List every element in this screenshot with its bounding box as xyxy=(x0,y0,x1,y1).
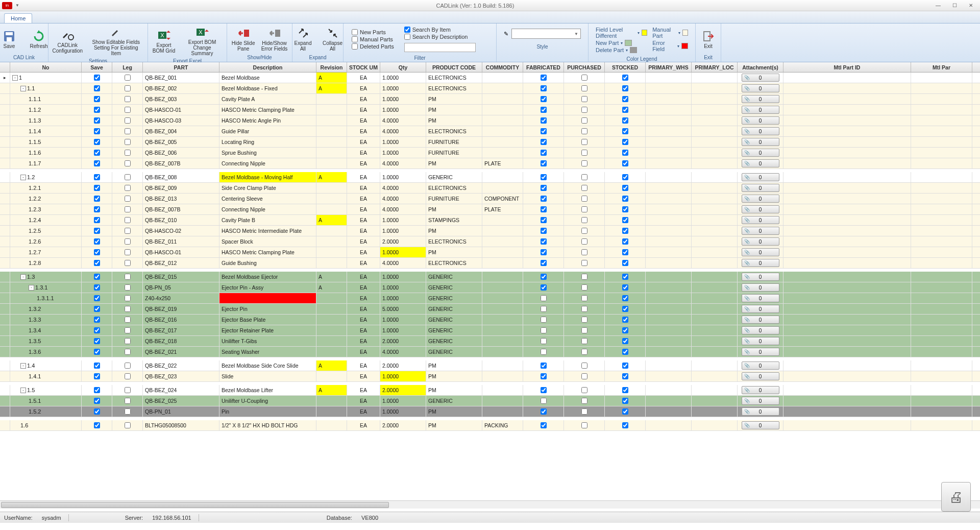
leg-checkbox[interactable] xyxy=(125,196,131,202)
collapse-all-button[interactable]: Collapse All xyxy=(320,26,346,53)
style-select[interactable]: ▼ xyxy=(511,29,581,39)
leg-checkbox[interactable] xyxy=(125,363,131,369)
filter-search-input[interactable] xyxy=(404,43,476,52)
stocked-checkbox[interactable] xyxy=(622,363,628,369)
fabricated-checkbox[interactable] xyxy=(541,306,547,312)
attachment-button[interactable]: 0 xyxy=(742,305,779,313)
stocked-checkbox[interactable] xyxy=(622,117,628,124)
deleted-parts-checkbox[interactable]: Deleted Parts xyxy=(352,43,394,50)
save-checkbox[interactable] xyxy=(94,373,100,379)
leg-checkbox[interactable] xyxy=(125,185,131,191)
legend-field-diff[interactable]: Field Level Different▾ xyxy=(596,27,647,39)
fabricated-checkbox[interactable] xyxy=(541,206,547,212)
stocked-checkbox[interactable] xyxy=(622,185,628,191)
attachment-button[interactable]: 0 xyxy=(742,227,779,235)
table-row[interactable]: -1.3.1QB-PN_05Ejector Pin - AssyAEA1.000… xyxy=(0,282,980,293)
fabricated-checkbox[interactable] xyxy=(541,128,547,134)
col-header[interactable]: Revision xyxy=(316,62,347,72)
col-header[interactable]: No xyxy=(10,62,82,72)
qat-dropdown-icon[interactable]: ▼ xyxy=(15,3,19,8)
attachment-button[interactable]: 0 xyxy=(742,138,779,146)
legend-manual-part[interactable]: Manual Part▾ xyxy=(652,27,688,39)
stocked-checkbox[interactable] xyxy=(622,387,628,393)
hide-slide-pane-button[interactable]: Hide Slide Pane xyxy=(231,26,256,53)
purchased-checkbox[interactable] xyxy=(581,217,587,223)
attachment-button[interactable]: 0 xyxy=(742,273,779,281)
stocked-checkbox[interactable] xyxy=(622,284,628,291)
table-row[interactable]: 1.1.3QB-HASCO-03HASCO Metric Angle PinEA… xyxy=(0,115,980,126)
attachment-button[interactable]: 0 xyxy=(742,216,779,224)
minimize-button[interactable]: — xyxy=(931,2,945,10)
leg-checkbox[interactable] xyxy=(125,150,131,156)
save-button[interactable]: Save xyxy=(0,29,22,50)
fabricated-checkbox[interactable] xyxy=(541,349,547,355)
maximize-button[interactable]: ☐ xyxy=(947,2,962,10)
leg-checkbox[interactable] xyxy=(125,260,131,266)
col-header[interactable]: PART xyxy=(143,62,219,72)
save-checkbox[interactable] xyxy=(94,139,100,145)
expand-all-button[interactable]: Expand All xyxy=(290,26,316,53)
table-row[interactable]: 1.1.7QB-BEZ_007BConnecting NippleEA4.000… xyxy=(0,158,980,169)
fabricated-checkbox[interactable] xyxy=(541,228,547,234)
save-checkbox[interactable] xyxy=(94,295,100,301)
purchased-checkbox[interactable] xyxy=(581,196,587,202)
col-header[interactable]: Leg xyxy=(112,62,143,72)
fabricated-checkbox[interactable] xyxy=(541,185,547,191)
hide-error-fields-button[interactable]: Hide/Show Error Fields xyxy=(260,26,289,53)
leg-checkbox[interactable] xyxy=(125,228,131,234)
save-checkbox[interactable] xyxy=(94,327,100,333)
table-row[interactable]: 1.1.6QB-BEZ_006Sprue BushingEA1.0000FURN… xyxy=(0,148,980,158)
float-device-icon[interactable]: 🖨 xyxy=(941,482,971,512)
tree-toggle[interactable]: - xyxy=(12,75,18,81)
table-row[interactable]: 1.2.5QB-HASCO-02HASCO Metric Intermediat… xyxy=(0,226,980,236)
attachment-button[interactable]: 0 xyxy=(742,248,779,256)
table-row[interactable]: 1.2.3QB-BEZ_007BConnecting NippleEA4.000… xyxy=(0,204,980,215)
table-row[interactable]: 1.3.3QB-BEZ_016Ejector Base PlateEA1.000… xyxy=(0,315,980,325)
col-header[interactable]: Save xyxy=(82,62,112,72)
save-checkbox[interactable] xyxy=(94,387,100,393)
table-row[interactable]: 1.5.2QB-PN_01PinEA1.0000PM0 xyxy=(0,406,980,417)
fabricated-checkbox[interactable] xyxy=(541,317,547,323)
stocked-checkbox[interactable] xyxy=(622,306,628,312)
leg-checkbox[interactable] xyxy=(125,408,131,415)
leg-checkbox[interactable] xyxy=(125,373,131,379)
fabricated-checkbox[interactable] xyxy=(541,174,547,180)
save-checkbox[interactable] xyxy=(94,338,100,344)
stocked-checkbox[interactable] xyxy=(622,327,628,333)
attachment-button[interactable]: 0 xyxy=(742,316,779,324)
stocked-checkbox[interactable] xyxy=(622,128,628,134)
table-row[interactable]: -1.3QB-BEZ_015Bezel Moldbase EjectorAEA1… xyxy=(0,272,980,282)
attachment-button[interactable]: 0 xyxy=(742,294,779,302)
exit-button[interactable]: Exit xyxy=(696,29,721,50)
attachment-button[interactable]: 0 xyxy=(742,159,779,167)
col-header[interactable]: PRODUCT CODE xyxy=(426,62,482,72)
col-header[interactable]: PRIMARY_WHS xyxy=(646,62,692,72)
stocked-checkbox[interactable] xyxy=(622,249,628,255)
attachment-button[interactable]: 0 xyxy=(742,397,779,405)
leg-checkbox[interactable] xyxy=(125,387,131,393)
fabricated-checkbox[interactable] xyxy=(541,117,547,124)
attachment-button[interactable]: 0 xyxy=(742,74,779,82)
attachment-button[interactable]: 0 xyxy=(742,106,779,114)
purchased-checkbox[interactable] xyxy=(581,398,587,404)
attachment-button[interactable]: 0 xyxy=(742,421,779,429)
save-checkbox[interactable] xyxy=(94,206,100,212)
stocked-checkbox[interactable] xyxy=(622,349,628,355)
save-checkbox[interactable] xyxy=(94,96,100,102)
fabricated-checkbox[interactable] xyxy=(541,363,547,369)
stocked-checkbox[interactable] xyxy=(622,228,628,234)
table-row[interactable]: 1.5.1QB-BEZ_025Unilifter U-CouplingEA1.0… xyxy=(0,396,980,406)
export-change-summary-button[interactable]: XExport BOM Change Summary xyxy=(181,25,224,57)
tree-toggle[interactable]: - xyxy=(20,363,26,369)
table-row[interactable]: 1.3.5QB-BEZ_018Unilifter T-GibsEA2.0000G… xyxy=(0,336,980,347)
save-checkbox[interactable] xyxy=(94,317,100,323)
table-row[interactable]: 1.3.1.1Z40-4x250EA1.0000GENERIC0 xyxy=(0,293,980,304)
save-checkbox[interactable] xyxy=(94,128,100,134)
fabricated-checkbox[interactable] xyxy=(541,75,547,81)
table-row[interactable]: -1.4QB-BEZ_022Bezel Moldbase Side Core S… xyxy=(0,360,980,371)
legend-delete-part[interactable]: Delete Part▾ xyxy=(596,47,647,53)
editable-fields-button[interactable]: Show Editable Fields Setting For Existin… xyxy=(88,25,144,57)
fabricated-checkbox[interactable] xyxy=(541,284,547,291)
purchased-checkbox[interactable] xyxy=(581,387,587,393)
horizontal-scrollbar[interactable] xyxy=(0,500,980,509)
